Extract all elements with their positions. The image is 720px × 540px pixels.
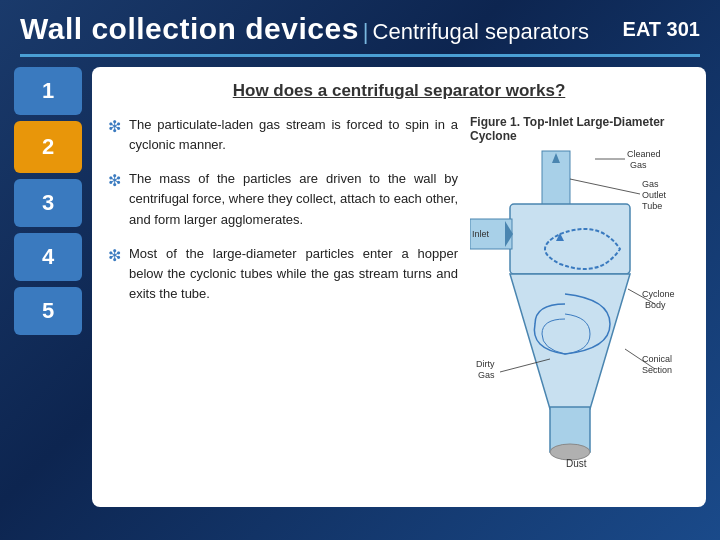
svg-text:Inlet: Inlet [472,229,490,239]
bullet-icon-2: ❇ [108,171,121,190]
header: Wall collection devices |Centrifugal sep… [0,0,720,54]
bullet-text-3: Most of the large-diameter particles ent… [129,244,458,304]
bullet-item-2: ❇ The mass of the particles are driven t… [108,169,458,229]
bullet-text-1: The particulate-laden gas stream is forc… [129,115,458,155]
bullet-icon-3: ❇ [108,246,121,265]
text-section: ❇ The particulate-laden gas stream is fo… [108,115,458,469]
separator: | [363,19,369,44]
figure-caption: Figure 1. Top-Inlet Large-Diameter Cyclo… [470,115,690,143]
cyclone-svg: Dust Cleaned Gas Gas Outlet Tube Inlet [470,149,680,469]
svg-text:Gas: Gas [630,160,647,170]
svg-line-13 [570,179,640,194]
svg-text:Dust: Dust [566,458,587,469]
content-body: ❇ The particulate-laden gas stream is fo… [108,115,690,469]
svg-text:Gas: Gas [642,179,659,189]
sidebar-item-3[interactable]: 3 [14,179,82,227]
course-code: EAT 301 [623,18,700,41]
svg-text:Cyclone: Cyclone [642,289,675,299]
page-title-sub: |Centrifugal separators [363,19,589,45]
panel-heading: How does a centrifugal separator works? [108,81,690,101]
main-content: 1 2 3 4 5 How does a centrifugal separat… [14,67,706,507]
cyclone-diagram: Dust Cleaned Gas Gas Outlet Tube Inlet [470,149,680,469]
bullet-text-2: The mass of the particles are driven to … [129,169,458,229]
svg-text:Body: Body [645,300,666,310]
header-divider [20,54,700,57]
bullet-icon-1: ❇ [108,117,121,136]
svg-text:Outlet: Outlet [642,190,667,200]
sidebar: 1 2 3 4 5 [14,67,82,507]
figure-caption-bold: Figure 1. [470,115,520,129]
sidebar-item-1[interactable]: 1 [14,67,82,115]
svg-text:Dirty: Dirty [476,359,495,369]
bullet-item-3: ❇ Most of the large-diameter particles e… [108,244,458,304]
svg-text:Conical: Conical [642,354,672,364]
sidebar-item-2[interactable]: 2 [14,121,82,173]
svg-text:Gas: Gas [478,370,495,380]
content-panel: How does a centrifugal separator works? … [92,67,706,507]
bullet-item-1: ❇ The particulate-laden gas stream is fo… [108,115,458,155]
svg-text:Section: Section [642,365,672,375]
sidebar-item-4[interactable]: 4 [14,233,82,281]
page-title-main: Wall collection devices [20,12,359,46]
svg-text:Tube: Tube [642,201,662,211]
svg-text:Cleaned: Cleaned [627,149,661,159]
sidebar-item-5[interactable]: 5 [14,287,82,335]
figure-section: Figure 1. Top-Inlet Large-Diameter Cyclo… [470,115,690,469]
